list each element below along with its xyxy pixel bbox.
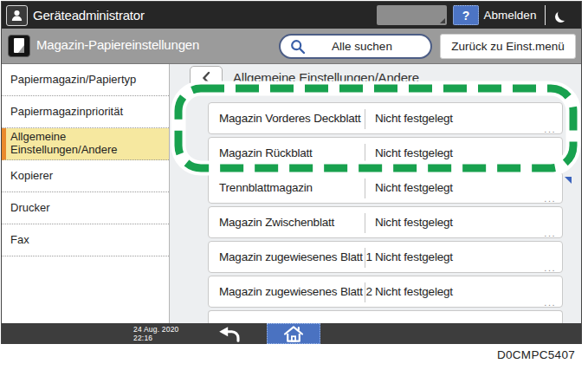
date: 24 Aug. 2020 [133, 325, 179, 334]
sidebar-item-fax[interactable]: Fax [2, 224, 169, 256]
help-button[interactable]: ? [453, 5, 479, 25]
back-key-button[interactable] [204, 323, 255, 344]
row-label: Magazin Vorderes Deckblatt [219, 103, 361, 133]
paper-settings-icon [8, 35, 30, 57]
setting-row-clipped[interactable] [208, 310, 563, 323]
device-screen: Geräteadministrator ? Abmelden Magazin-P… [1, 1, 582, 344]
setting-row-magazin-zwischenblatt[interactable]: Magazin Zwischenblatt Nicht festgelegt .… [208, 206, 563, 238]
setting-row-trennblattmagazin[interactable]: Trennblattmagazin Nicht festgelegt ... [208, 172, 563, 204]
user-icon [6, 5, 28, 26]
screenshot-root: Geräteadministrator ? Abmelden Magazin-P… [0, 0, 588, 370]
row-divider [365, 144, 365, 164]
setting-row-magazin-zugewiesenes-blatt-1[interactable]: Magazin zugewiesenes Blatt 1 Nicht festg… [208, 241, 563, 273]
setting-row-magazin-zugewiesenes-blatt-2[interactable]: Magazin zugewiesenes Blatt 2 Nicht festg… [208, 276, 563, 308]
home-icon [283, 326, 304, 342]
row-label: Magazin Rückblatt [219, 138, 313, 168]
more-indicator: ... [544, 263, 556, 273]
more-indicator: ... [544, 124, 556, 134]
sidebar-item-papiermagazinprioritaet[interactable]: Papiermagazinpriorität [2, 96, 169, 128]
home-key-button[interactable] [267, 323, 320, 344]
logged-in-user[interactable]: Geräteadministrator [6, 4, 145, 26]
row-value: Nicht festgelegt [375, 276, 453, 307]
system-message-display [377, 5, 447, 25]
panel-title: Allgemeine Einstellungen/Andere [233, 70, 419, 85]
content-body: Papiermagazin/Papiertyp Papiermagazinpri… [2, 64, 581, 323]
more-indicator: ... [544, 159, 556, 169]
setting-row-magazin-vorderes-deckblatt[interactable]: Magazin Vorderes Deckblatt Nicht festgel… [208, 102, 563, 134]
row-label: Magazin zugewiesenes Blatt 1 [219, 242, 372, 272]
row-value: Nicht festgelegt [375, 242, 453, 272]
search-label: Alle suchen [306, 40, 430, 53]
date-time: 24 Aug. 2020 22:16 [133, 325, 179, 342]
sidebar-item-papiermagazin-papiertyp[interactable]: Papiermagazin/Papiertyp [2, 64, 169, 96]
message-expand-triangle-icon [440, 18, 445, 23]
figure-caption: D0CMPC5407 [497, 348, 575, 361]
row-value: Nicht festgelegt [375, 103, 453, 133]
user-name: Geräteadministrator [33, 8, 145, 23]
sidebar-item-allgemeine-einstellungen[interactable]: Allgemeine Einstellungen/Andere [2, 128, 169, 160]
sidebar-item-drucker[interactable]: Drucker [2, 192, 169, 224]
row-divider [365, 109, 365, 129]
panel-back-button[interactable] [190, 66, 223, 89]
row-label: Magazin zugewiesenes Blatt 2 [219, 276, 372, 307]
system-top-bar: Geräteadministrator ? Abmelden [2, 2, 581, 29]
search-icon [290, 39, 306, 55]
system-bottom-bar: 24 Aug. 2020 22:16 [2, 323, 581, 344]
row-divider [365, 248, 365, 268]
topbar-divider [545, 5, 546, 25]
scroll-down-indicator-icon[interactable] [565, 177, 572, 184]
more-indicator: ... [544, 193, 556, 204]
row-value: Nicht festgelegt [375, 138, 453, 168]
row-value: Nicht festgelegt [375, 207, 453, 237]
row-label: Trennblattmagazin [219, 172, 313, 203]
row-divider [365, 282, 365, 302]
more-indicator: ... [544, 228, 556, 238]
back-to-settings-menu-button[interactable]: Zurück zu Einst.menü [440, 34, 576, 59]
search-all-button[interactable]: Alle suchen [279, 34, 432, 59]
time: 22:16 [133, 334, 179, 342]
logout-button[interactable]: Abmelden [481, 5, 539, 25]
row-divider [365, 213, 365, 233]
app-title: Magazin-Papiereinstellungen [36, 37, 199, 52]
chevron-left-icon [201, 71, 211, 85]
settings-panel: Allgemeine Einstellungen/Andere Magazin … [171, 64, 583, 323]
row-label: Magazin Zwischenblatt [219, 207, 334, 237]
row-divider [365, 179, 365, 198]
energy-saver-moon-icon[interactable] [558, 8, 571, 21]
sidebar-item-kopierer[interactable]: Kopierer [2, 160, 169, 192]
back-arrow-icon [216, 325, 243, 342]
sidebar: Papiermagazin/Papiertyp Papiermagazinpri… [2, 64, 170, 323]
setting-row-magazin-rueckblatt[interactable]: Magazin Rückblatt Nicht festgelegt ... [208, 137, 563, 169]
more-indicator: ... [544, 297, 556, 308]
app-bar: Magazin-Papiereinstellungen Alle suchen … [2, 29, 581, 64]
row-value: Nicht festgelegt [375, 172, 453, 203]
